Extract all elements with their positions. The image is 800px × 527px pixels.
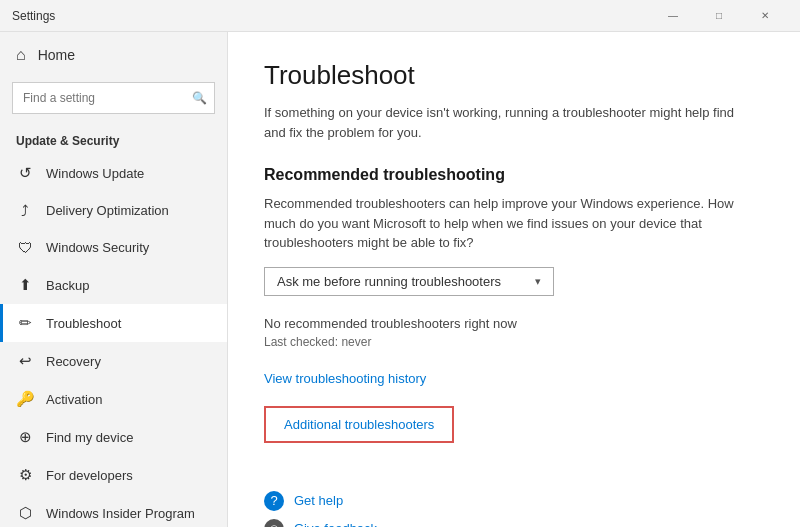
app-container: ⌂ Home 🔍 Update & Security ↺ Windows Upd…	[0, 32, 800, 527]
no-troubleshooters-text: No recommended troubleshooters right now	[264, 316, 764, 331]
sidebar-item-for-developers[interactable]: ⚙ For developers	[0, 456, 227, 494]
sidebar-item-label: Troubleshoot	[46, 316, 121, 331]
sidebar-item-delivery-optimization[interactable]: ⤴ Delivery Optimization	[0, 192, 227, 229]
sidebar-item-windows-insider[interactable]: ⬡ Windows Insider Program	[0, 494, 227, 527]
find-my-device-icon: ⊕	[16, 428, 34, 446]
sidebar-item-troubleshoot[interactable]: ✏ Troubleshoot	[0, 304, 227, 342]
search-input[interactable]	[12, 82, 215, 114]
sidebar-item-label: For developers	[46, 468, 133, 483]
search-icon: 🔍	[192, 91, 207, 105]
chevron-down-icon: ▾	[535, 275, 541, 288]
page-description: If something on your device isn't workin…	[264, 103, 744, 142]
maximize-button[interactable]: □	[696, 0, 742, 32]
sidebar-item-label: Recovery	[46, 354, 101, 369]
recovery-icon: ↩	[16, 352, 34, 370]
sidebar-item-label: Delivery Optimization	[46, 203, 169, 218]
recommended-section-description: Recommended troubleshooters can help imp…	[264, 194, 744, 253]
last-checked-text: Last checked: never	[264, 335, 764, 349]
additional-troubleshooters-button[interactable]: Additional troubleshooters	[264, 406, 454, 443]
sidebar-item-label: Find my device	[46, 430, 133, 445]
titlebar: Settings — □ ✕	[0, 0, 800, 32]
sidebar-item-label: Activation	[46, 392, 102, 407]
minimize-button[interactable]: —	[650, 0, 696, 32]
troubleshoot-dropdown[interactable]: Ask me before running troubleshooters ▾	[264, 267, 554, 296]
backup-icon: ⬆	[16, 276, 34, 294]
sidebar: ⌂ Home 🔍 Update & Security ↺ Windows Upd…	[0, 32, 228, 527]
sidebar-item-backup[interactable]: ⬆ Backup	[0, 266, 227, 304]
give-feedback-icon: ☺	[264, 519, 284, 528]
sidebar-item-label: Windows Update	[46, 166, 144, 181]
for-developers-icon: ⚙	[16, 466, 34, 484]
sidebar-item-windows-security[interactable]: 🛡 Windows Security	[0, 229, 227, 266]
dropdown-value: Ask me before running troubleshooters	[277, 274, 501, 289]
sidebar-section-label: Update & Security	[0, 126, 227, 154]
content-area: Troubleshoot If something on your device…	[228, 32, 800, 527]
get-help-label: Get help	[294, 493, 343, 508]
give-feedback-item[interactable]: ☺ Give feedback	[264, 519, 764, 528]
get-help-icon: ?	[264, 491, 284, 511]
close-button[interactable]: ✕	[742, 0, 788, 32]
windows-security-icon: 🛡	[16, 239, 34, 256]
sidebar-item-label: Windows Security	[46, 240, 149, 255]
sidebar-item-home[interactable]: ⌂ Home	[0, 32, 227, 78]
titlebar-controls: — □ ✕	[650, 0, 788, 32]
page-title: Troubleshoot	[264, 60, 764, 91]
sidebar-item-activation[interactable]: 🔑 Activation	[0, 380, 227, 418]
delivery-optimization-icon: ⤴	[16, 202, 34, 219]
sidebar-item-label: Backup	[46, 278, 89, 293]
windows-insider-icon: ⬡	[16, 504, 34, 522]
view-history-link[interactable]: View troubleshooting history	[264, 371, 426, 386]
sidebar-item-label: Windows Insider Program	[46, 506, 195, 521]
home-label: Home	[38, 47, 75, 63]
sidebar-item-recovery[interactable]: ↩ Recovery	[0, 342, 227, 380]
troubleshoot-icon: ✏	[16, 314, 34, 332]
recommended-section-title: Recommended troubleshooting	[264, 166, 764, 184]
windows-update-icon: ↺	[16, 164, 34, 182]
activation-icon: 🔑	[16, 390, 34, 408]
help-section: ? Get help ☺ Give feedback	[264, 491, 764, 528]
give-feedback-label: Give feedback	[294, 521, 377, 527]
titlebar-title: Settings	[12, 9, 650, 23]
sidebar-item-windows-update[interactable]: ↺ Windows Update	[0, 154, 227, 192]
get-help-item[interactable]: ? Get help	[264, 491, 764, 511]
sidebar-item-find-my-device[interactable]: ⊕ Find my device	[0, 418, 227, 456]
search-box: 🔍	[12, 82, 215, 114]
home-icon: ⌂	[16, 46, 26, 64]
